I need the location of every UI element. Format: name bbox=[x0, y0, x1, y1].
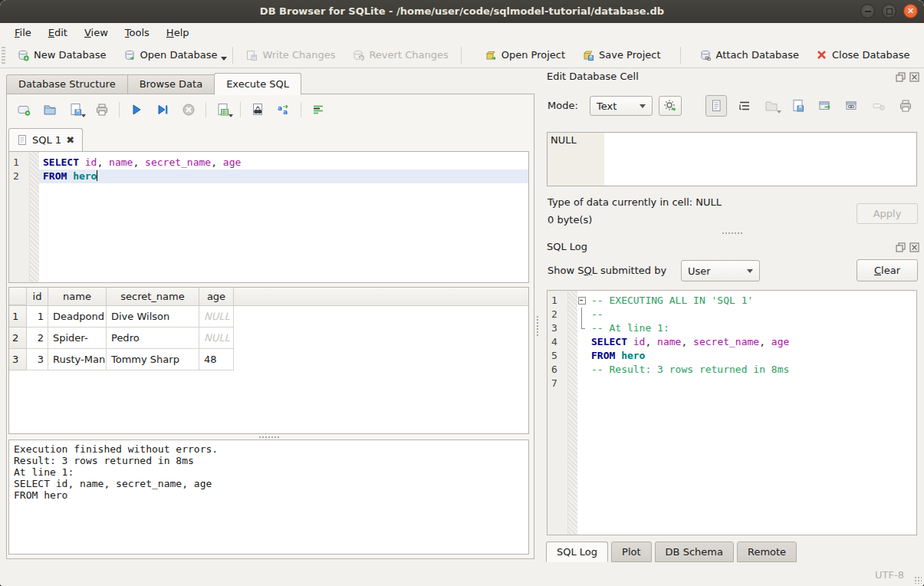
encoding-indicator[interactable]: UTF-8 bbox=[875, 569, 904, 581]
dock-close-icon[interactable] bbox=[909, 242, 919, 252]
cell-text-area[interactable] bbox=[604, 133, 916, 186]
menu-help[interactable]: Help bbox=[158, 23, 198, 42]
menu-file[interactable]: File bbox=[6, 23, 40, 42]
menu-tools[interactable]: Tools bbox=[117, 23, 158, 42]
save-sql-file-button[interactable] bbox=[67, 100, 85, 119]
table-row[interactable]: 33Rusty-ManTommy Sharp48 bbox=[9, 349, 528, 370]
message-line: Result: 3 rows returned in 8ms bbox=[14, 455, 528, 466]
table-cell[interactable]: Dive Wilson bbox=[107, 306, 199, 328]
auto-switch-mode-button[interactable] bbox=[659, 96, 682, 116]
table-row[interactable]: 11DeadpondDive WilsonNULL bbox=[9, 306, 528, 328]
table-cell[interactable]: 3 bbox=[27, 349, 48, 370]
open-database-label: Open Database bbox=[140, 49, 218, 61]
wrap-lines-icon bbox=[738, 99, 751, 113]
table-cell[interactable]: NULL bbox=[199, 306, 234, 328]
table-cell[interactable]: Tommy Sharp bbox=[107, 349, 199, 370]
open-in-app-button[interactable] bbox=[816, 97, 834, 115]
table-cell[interactable]: Deadpond bbox=[48, 306, 107, 328]
new-database-button[interactable]: New Database bbox=[8, 44, 115, 66]
set-null-button[interactable] bbox=[870, 97, 888, 115]
sql-file-icon bbox=[17, 134, 28, 146]
export-data-button[interactable] bbox=[789, 97, 807, 115]
dock-close-icon[interactable] bbox=[909, 71, 919, 82]
revert-changes-button[interactable]: Revert Changes bbox=[344, 44, 456, 66]
toolbar-separator bbox=[232, 47, 233, 64]
execute-current-line-button[interactable] bbox=[153, 100, 172, 119]
copy-link-button[interactable] bbox=[843, 97, 861, 115]
close-database-button[interactable]: Close Database bbox=[807, 44, 919, 66]
write-changes-button[interactable]: Write Changes bbox=[237, 44, 344, 66]
table-cell[interactable]: 48 bbox=[199, 349, 234, 370]
mode-select[interactable]: Text bbox=[590, 96, 653, 116]
results-table[interactable]: id name secret_name age 11DeadpondDive W… bbox=[8, 287, 529, 434]
cell-size-info: 0 byte(s) bbox=[547, 214, 592, 226]
panel-splitter[interactable] bbox=[535, 94, 539, 558]
table-cell[interactable]: Spider-Boy bbox=[48, 328, 107, 349]
word-wrap-button[interactable] bbox=[309, 100, 327, 119]
column-header-age[interactable]: age bbox=[199, 288, 234, 305]
code-line: 1SELECT id, name, secret_name, age bbox=[9, 156, 528, 170]
tab-remote[interactable]: Remote bbox=[737, 542, 797, 562]
execute-all-button[interactable] bbox=[127, 100, 146, 119]
table-cell[interactable]: 1 bbox=[27, 306, 48, 328]
sql-log-editor[interactable]: 1-- EXECUTING ALL IN 'SQL 1'2--3-- At li… bbox=[547, 290, 917, 535]
format-sql-button[interactable]: aa bbox=[275, 100, 293, 119]
tab-plot[interactable]: Plot bbox=[611, 542, 652, 562]
minimize-button[interactable] bbox=[860, 4, 875, 18]
apply-button[interactable]: Apply bbox=[857, 203, 918, 224]
sql-source-select[interactable]: User bbox=[681, 260, 760, 281]
table-cell[interactable]: Pedro Parqueador bbox=[107, 328, 199, 349]
dock-float-icon[interactable] bbox=[895, 242, 906, 252]
tab-sql-log[interactable]: SQL Log bbox=[546, 542, 608, 562]
dock-float-icon[interactable] bbox=[895, 71, 906, 82]
save-results-button[interactable] bbox=[214, 100, 232, 119]
open-database-icon bbox=[123, 49, 136, 61]
tab-database-structure[interactable]: Database Structure bbox=[6, 74, 127, 94]
minimize-icon bbox=[861, 5, 874, 18]
open-database-button[interactable]: Open Database bbox=[115, 44, 226, 66]
titlebar[interactable]: DB Browser for SQLite - /home/user/code/… bbox=[0, 0, 924, 23]
text-mode-button[interactable] bbox=[705, 95, 727, 117]
open-project-button[interactable]: Open Project bbox=[476, 44, 574, 66]
print-cell-button[interactable] bbox=[896, 97, 915, 115]
import-data-button[interactable] bbox=[762, 97, 781, 115]
new-sql-tab-button[interactable] bbox=[15, 100, 33, 119]
open-database-dropdown-arrow[interactable] bbox=[221, 57, 227, 61]
column-header-secret-name[interactable]: secret_name bbox=[107, 288, 199, 305]
print-icon bbox=[899, 99, 912, 113]
close-button[interactable]: ✕ bbox=[903, 4, 918, 18]
results-message-splitter[interactable] bbox=[8, 435, 529, 439]
save-results-dropdown-arrow[interactable] bbox=[229, 114, 233, 117]
word-wrap-cell-button[interactable] bbox=[735, 97, 754, 115]
sql-doc-tab[interactable]: SQL 1 ✖ bbox=[8, 128, 83, 151]
close-sql-tab-icon[interactable]: ✖ bbox=[66, 134, 74, 146]
execution-message-area[interactable]: Execution finished without errors.Result… bbox=[8, 440, 529, 555]
open-sql-file-button[interactable] bbox=[41, 100, 59, 119]
find-button[interactable] bbox=[248, 100, 267, 119]
tab-execute-sql[interactable]: Execute SQL bbox=[214, 73, 301, 95]
column-header-id[interactable]: id bbox=[27, 288, 48, 305]
attach-database-button[interactable]: Attach Database bbox=[691, 44, 807, 66]
cell-log-splitter[interactable] bbox=[547, 231, 917, 235]
cell-value-editor[interactable]: NULL bbox=[547, 132, 917, 186]
save-project-button[interactable]: Save Project bbox=[574, 44, 669, 66]
toolbar-drag-handle[interactable] bbox=[2, 47, 5, 64]
import-dropdown-arrow[interactable] bbox=[777, 110, 781, 114]
clear-log-button[interactable]: Clear bbox=[857, 259, 918, 281]
sql-editor[interactable]: 1SELECT id, name, secret_name, age2FROM … bbox=[8, 151, 529, 283]
table-cell[interactable]: NULL bbox=[199, 328, 234, 349]
table-row[interactable]: 22Spider-BoyPedro ParqueadorNULL bbox=[9, 328, 528, 349]
tab-db-schema[interactable]: DB Schema bbox=[655, 542, 734, 562]
menu-edit[interactable]: Edit bbox=[40, 23, 76, 42]
menu-view[interactable]: View bbox=[76, 23, 117, 42]
close-database-label: Close Database bbox=[832, 49, 910, 61]
print-button[interactable] bbox=[93, 100, 111, 119]
table-cell[interactable]: Rusty-Man bbox=[48, 349, 107, 370]
save-sql-dropdown-arrow[interactable] bbox=[81, 114, 86, 117]
tab-browse-data[interactable]: Browse Data bbox=[127, 74, 215, 94]
resize-grip[interactable] bbox=[914, 576, 922, 584]
table-cell[interactable]: 2 bbox=[27, 328, 48, 349]
column-header-name[interactable]: name bbox=[48, 288, 107, 305]
maximize-button[interactable] bbox=[882, 4, 896, 18]
stop-button[interactable] bbox=[179, 100, 198, 119]
